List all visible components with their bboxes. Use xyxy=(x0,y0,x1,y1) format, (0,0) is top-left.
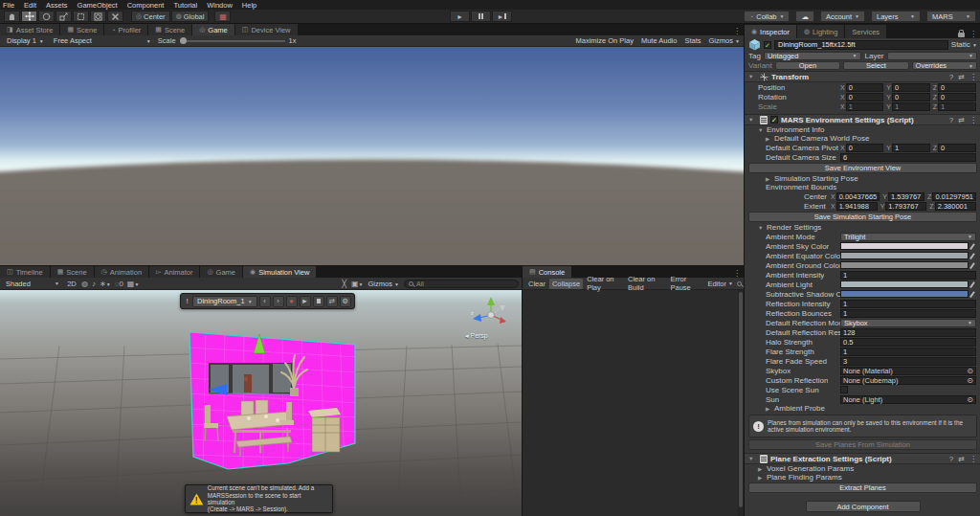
tab-timeline[interactable]: ◫Timeline xyxy=(0,266,51,278)
console-collapse-toggle[interactable]: Collapse xyxy=(549,279,583,289)
stats-toggle[interactable]: Stats xyxy=(684,36,701,45)
record-button[interactable]: ● xyxy=(286,296,298,307)
menu-gameobject[interactable]: GameObject xyxy=(78,1,118,10)
help-icon[interactable]: ? xyxy=(949,116,953,124)
sim-search-input[interactable]: All xyxy=(404,280,519,288)
scale-y-field[interactable]: 1 xyxy=(892,102,930,111)
presets-icon[interactable]: ⇄ xyxy=(958,116,965,124)
component-menu-icon[interactable]: ⋮ xyxy=(969,73,977,81)
active-checkbox[interactable]: ✓ xyxy=(764,41,771,49)
simulation-starting-pose-foldout[interactable]: Simulation Starting Pose xyxy=(774,174,858,183)
component-menu-icon[interactable]: ⋮ xyxy=(969,116,977,124)
default-camera-world-pose-foldout[interactable]: Default Camera World Pose xyxy=(774,134,869,143)
pivot-z-field[interactable]: 0 xyxy=(938,144,976,152)
play-button[interactable]: ► xyxy=(450,11,470,22)
scale-tool-icon[interactable] xyxy=(56,11,72,22)
ambient-sky-color-swatch[interactable] xyxy=(840,242,969,250)
ambient-equator-color-swatch[interactable] xyxy=(840,252,969,259)
use-scene-sun-checkbox[interactable] xyxy=(840,386,848,393)
sim-play-button[interactable]: ► xyxy=(300,296,311,307)
hand-tool-icon[interactable] xyxy=(4,11,20,22)
rotate-tool-icon[interactable] xyxy=(38,11,55,22)
default-camera-size-field[interactable]: 6 xyxy=(840,153,976,162)
flare-fade-speed-field[interactable]: 3 xyxy=(840,357,976,366)
ambient-ground-color-swatch[interactable] xyxy=(840,261,969,269)
tab-inspector[interactable]: ◉Inspector xyxy=(745,25,797,38)
pivot-x-field[interactable]: 0 xyxy=(846,144,884,152)
gizmos-dropdown[interactable]: Gizmos ▼ xyxy=(709,36,740,45)
tab-console[interactable]: ▤Console xyxy=(523,266,572,278)
static-dropdown[interactable]: Static ▼ xyxy=(951,40,977,49)
step-button[interactable]: ► xyxy=(492,11,512,22)
help-icon[interactable]: ? xyxy=(949,73,953,81)
reflection-bounces-field[interactable]: 1 xyxy=(840,309,976,318)
tab-game-bottom[interactable]: ◎Game xyxy=(200,266,243,278)
default-reflection-resolution-field[interactable]: 128 xyxy=(840,328,976,337)
presets-icon[interactable]: ⇄ xyxy=(958,73,965,81)
draw-mode-dropdown[interactable]: Shaded▼ xyxy=(3,279,62,288)
console-menu-icon[interactable]: ⋮ xyxy=(733,269,741,278)
console-clear-button[interactable]: Clear xyxy=(525,279,548,289)
audio-toggle-icon[interactable]: ♪ xyxy=(92,280,96,288)
environment-info-foldout[interactable]: Environment Info xyxy=(767,125,824,134)
collab-dropdown[interactable]: ◔ Collab▼ xyxy=(744,11,790,22)
perspective-label[interactable]: ◂ Persp xyxy=(465,332,488,340)
scale-slider-knob[interactable] xyxy=(180,37,187,44)
subtractive-shadow-color-swatch[interactable] xyxy=(840,290,969,298)
object-picker-icon[interactable]: ⊙ xyxy=(968,395,973,404)
pivot-y-field[interactable]: 1 xyxy=(892,144,930,152)
foldout-open-icon[interactable]: ▼ xyxy=(748,456,754,461)
mute-audio-toggle[interactable]: Mute Audio xyxy=(641,36,678,45)
display-dropdown[interactable]: Display 1▼ xyxy=(4,36,47,46)
scene-orientation-gizmo[interactable]: z xyxy=(471,294,511,334)
sim-settings-gear-icon[interactable]: ⚙ xyxy=(340,296,351,307)
object-picker-icon[interactable]: ⊙ xyxy=(968,376,973,385)
extent-y-field[interactable]: 1.793767 xyxy=(885,202,926,211)
ambient-light-swatch[interactable] xyxy=(840,280,969,288)
rotation-z-field[interactable]: 0 xyxy=(938,93,976,101)
tab-simulation-view[interactable]: ◉Simulation View xyxy=(243,266,317,278)
prev-environment-button[interactable]: ‹ xyxy=(259,296,271,307)
render-settings-foldout[interactable]: Render Settings xyxy=(767,223,821,232)
custom-tool-icon[interactable] xyxy=(107,11,123,22)
menu-window[interactable]: Window xyxy=(207,1,233,10)
tag-dropdown[interactable]: Untagged▼ xyxy=(764,52,861,60)
console-clear-on-build-toggle[interactable]: Clear on Build xyxy=(625,279,667,289)
ambient-mode-dropdown[interactable]: Trilight▼ xyxy=(840,233,976,241)
menu-tutorial[interactable]: Tutorial xyxy=(173,1,197,10)
eyedropper-icon[interactable] xyxy=(969,252,976,260)
sim-alert-icon[interactable]: ! xyxy=(184,297,190,305)
presets-icon[interactable]: ⇄ xyxy=(958,455,965,463)
center-x-field[interactable]: 0.00437665 xyxy=(836,192,880,201)
effects-dropdown-icon[interactable]: ∗▼ xyxy=(100,280,111,288)
pivot-mode-button[interactable]: ◎ Center xyxy=(131,11,170,22)
reflection-intensity-field[interactable]: 1 xyxy=(840,300,976,308)
position-x-field[interactable]: 0 xyxy=(846,83,884,92)
tab-device-view[interactable]: ◫Device View xyxy=(235,24,299,35)
extent-x-field[interactable]: 1.941988 xyxy=(836,202,878,211)
foldout-open-icon[interactable]: ▼ xyxy=(748,117,754,123)
inspector-lock-icon[interactable] xyxy=(958,33,965,37)
prefab-overrides-dropdown[interactable]: Overrides▼ xyxy=(912,61,977,70)
center-y-field[interactable]: 1.539767 xyxy=(888,192,924,201)
layer-dropdown[interactable]: ▼ xyxy=(887,52,977,60)
maximize-on-play-toggle[interactable]: Maximize On Play xyxy=(575,36,633,45)
save-simulation-starting-pose-button[interactable]: Save Simulation Starting Pose xyxy=(748,212,977,222)
tab-asset-store[interactable]: ◨Asset Store xyxy=(0,24,60,35)
menu-edit[interactable]: Edit xyxy=(24,1,36,10)
2d-toggle[interactable]: 2D xyxy=(66,278,78,289)
voxel-generation-params-foldout[interactable]: Voxel Generation Params xyxy=(767,464,854,473)
eyedropper-icon[interactable] xyxy=(969,280,976,289)
ambient-probe-foldout[interactable]: Ambient Probe xyxy=(774,404,825,413)
pause-button[interactable] xyxy=(471,11,491,22)
tab-game[interactable]: ◎Game xyxy=(192,24,235,35)
save-environment-view-button[interactable]: Save Environment View xyxy=(748,163,977,173)
center-z-field[interactable]: 0.01297951 xyxy=(932,192,976,201)
game-viewport[interactable] xyxy=(0,47,744,265)
mars-env-settings-header[interactable]: ▼ ✓ MARS Environment Settings (Script) ?… xyxy=(745,114,980,125)
console-error-pause-toggle[interactable]: Error Pause xyxy=(668,279,704,289)
sun-object-field[interactable]: None (Light)⊙ xyxy=(840,395,976,404)
scale-slider[interactable] xyxy=(180,40,285,42)
tab-animator[interactable]: ▻Animator xyxy=(149,266,200,278)
sim-resync-button[interactable]: ⇄ xyxy=(326,296,338,307)
